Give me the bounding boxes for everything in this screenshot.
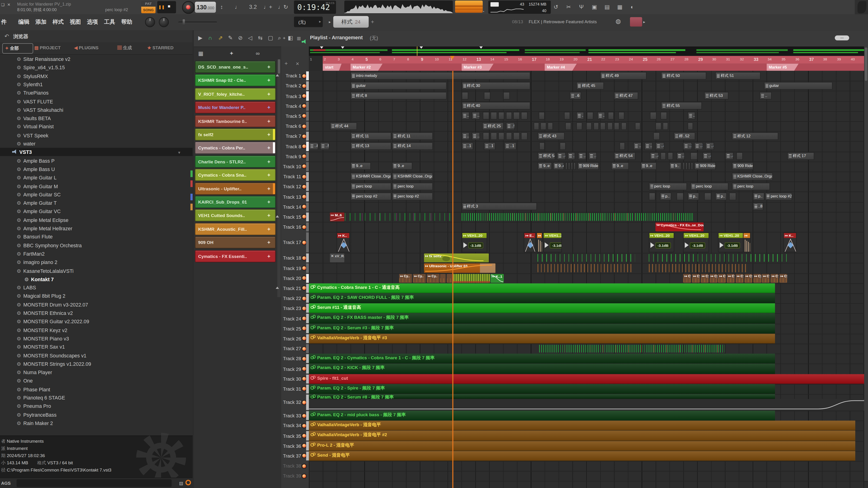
audio-clip-kick[interactable]: ↦ K.. [783, 233, 797, 253]
bind-icon[interactable]: ∞ [256, 51, 260, 57]
chat-icon[interactable]: ◖ [630, 4, 633, 10]
pattern-clip[interactable]: 样式 3 [461, 203, 537, 210]
pattern-clip[interactable] [736, 152, 743, 160]
pattern-clip[interactable] [498, 132, 504, 140]
play-tool-icon[interactable]: ▶ [198, 35, 203, 41]
audio-clip-kick[interactable]: ↦ E.. [524, 233, 535, 253]
pattern-clip[interactable] [690, 152, 697, 160]
pattern-clip[interactable]: 样式 11 [350, 132, 392, 140]
pattern-clip[interactable] [662, 122, 668, 130]
pattern-clip[interactable]: ..4 [703, 152, 711, 160]
automation-clip-Send - 混音电平[interactable]: Send - 混音电平 [309, 451, 855, 461]
audio-clip-burst[interactable]: ↦ [743, 233, 751, 253]
pattern-clip[interactable] [607, 122, 613, 130]
track-color-strip[interactable] [306, 213, 309, 222]
pattern-clip[interactable] [687, 122, 693, 130]
undo-icon[interactable]: ↺ [554, 4, 558, 10]
pattern-clip[interactable]: 样式 17 [787, 152, 814, 160]
audio-clip-striped[interactable] [453, 274, 490, 283]
close-window-icon[interactable]: ✕ [7, 2, 10, 8]
track-name-Track 32[interactable]: Track 32 [279, 399, 301, 405]
slip-tool-icon[interactable]: ⇆ [258, 35, 263, 41]
scroll-snap-button[interactable]: — [835, 35, 849, 40]
track-color-strip[interactable] [306, 441, 309, 450]
pattern-clip[interactable]: 9..e [611, 162, 628, 170]
pattern-clip[interactable] [587, 112, 593, 120]
save-new-version-icon[interactable]: ▦ [617, 4, 622, 10]
preview-headphones-icon[interactable]: ∩ [208, 35, 212, 41]
pattern-clip[interactable] [548, 122, 553, 130]
audio-clip-M..6[interactable]: ↦ M..6 [330, 213, 344, 222]
automation-clip-Param. EQ 2 - SAW CHORD FULL - 频段 7 频率[interactable]: Param. EQ 2 - SAW CHORD FULL - 频段 7 频率 [309, 293, 775, 303]
pattern-clip[interactable]: ..4 [588, 152, 597, 160]
pattern-clip[interactable]: ..4 [578, 152, 586, 160]
browser-item-Vaults BETA[interactable]: ⚙Vaults BETA [17, 115, 51, 123]
pattern-clip[interactable] [677, 192, 683, 200]
pattern-clip[interactable]: ..2 [683, 142, 691, 150]
swatch-next-icon[interactable]: ▸ [643, 19, 645, 25]
browser-item-VST3[interactable]: VST3▾ [12, 149, 32, 157]
pattern-clip[interactable] [514, 112, 520, 120]
metronome-icon[interactable]: ♩ [235, 4, 240, 10]
audio-region[interactable] [538, 264, 633, 272]
audio-clip-veh[interactable]: ↦ VEH1..20-3.1dB [718, 233, 744, 253]
pattern-clip[interactable] [655, 122, 661, 130]
pattern-clip[interactable] [668, 152, 673, 160]
pattern-clip[interactable] [621, 122, 626, 130]
automation-clip-Param. EQ 2 - mid pluck bass - 频段 7 频率[interactable]: Param. EQ 2 - mid pluck bass - 频段 7 频率 [309, 411, 775, 421]
pattern-clip[interactable]: 样式 54 [614, 152, 636, 160]
grid-view-icon[interactable]: ▦ [198, 51, 204, 57]
track-color-strip[interactable] [306, 364, 309, 373]
pattern-clip[interactable]: 9..e [350, 162, 371, 170]
pattern-clip[interactable]: 样式 53 [704, 92, 728, 100]
track-name-Track 25[interactable]: Track 25 [279, 326, 301, 331]
pattern-clip[interactable]: 样式 14 [392, 142, 433, 150]
menu-0[interactable]: 件 [1, 19, 7, 26]
main-pitch-knob[interactable] [159, 17, 169, 27]
pattern-clip[interactable] [521, 132, 527, 140]
audio-clip-veh[interactable]: ↦ VEH1..20-3.1dB [543, 233, 562, 253]
track-name-Track 28[interactable]: Track 28 [279, 356, 301, 362]
collapse-arrow[interactable] [276, 215, 279, 218]
browser-item-Phase Plant[interactable]: ⚙Phase Plant [17, 386, 50, 394]
audio-clip-k1[interactable]: ↦ K..1 [491, 274, 504, 283]
pattern-clip[interactable] [600, 122, 606, 130]
globe-icon[interactable]: ◍ [616, 19, 621, 24]
audio-clip-fxself2[interactable]: ↦ fx self2 [424, 254, 489, 263]
browser-item-MONSTER Sax v1[interactable]: ⚙MONSTER Sax v1 [17, 343, 65, 352]
pattern-clip[interactable]: p.. [660, 192, 672, 200]
pattern-clip-KAIRCI_Sub_Drops_01[interactable]: KAIRCI_Sub_Drops_01✦ [195, 196, 276, 208]
browser-item-MONSTER Drum v3-2022.07[interactable]: ⚙MONSTER Drum v3-2022.07 [17, 301, 88, 309]
pattern-clip[interactable]: perc loop [690, 183, 728, 190]
audio-clip-cy[interactable]: ↦ Cy.. [779, 274, 787, 283]
audio-clip-burst[interactable]: ↦ [536, 233, 542, 253]
pat-song-toggle[interactable]: PAT SONG [141, 1, 156, 13]
nudge-icon[interactable]: ↕ [220, 4, 223, 10]
pattern-clip[interactable]: intro melody [350, 72, 530, 79]
pattern-clip-VEH1 Cutted Sounds..[interactable]: VEH1 Cutted Sounds..✦ [195, 209, 276, 222]
pattern-clip[interactable]: 样式 25 [482, 122, 504, 130]
browser-item-MONSTER Ethnica v2[interactable]: ⚙MONSTER Ethnica v2 [17, 309, 73, 318]
pattern-clip[interactable]: 样式 55 [661, 102, 702, 110]
track-name-Track 1[interactable]: Track 1 [279, 73, 301, 79]
playlist-mode-icon[interactable]: ∞ [289, 36, 293, 42]
draw-tool-icon[interactable]: ✎ [228, 35, 233, 41]
collapse-arrow[interactable] [276, 287, 279, 289]
pattern-clip[interactable]: 样式 54 [538, 152, 555, 160]
track-color-strip[interactable] [306, 202, 309, 212]
pattern-clip[interactable] [682, 162, 685, 170]
pattern-clip[interactable] [491, 132, 497, 140]
pattern-clip[interactable]: 909 Ride [732, 162, 753, 170]
playlist-minimap[interactable] [309, 46, 868, 56]
pattern-clip[interactable] [506, 132, 512, 140]
track-name-Track 30[interactable]: Track 30 [279, 376, 301, 382]
audio-clip-veh[interactable]: ↦ VEH1..20-3.1dB [649, 233, 674, 253]
browser-back-icon[interactable]: ↶ [4, 34, 9, 39]
pattern-clip[interactable]: 样式 45 [577, 82, 604, 90]
pattern-clip[interactable]: ..4 [706, 142, 714, 150]
track-color-strip[interactable] [306, 354, 309, 363]
browser-item-MONSTER Keyz v2[interactable]: ⚙MONSTER Keyz v2 [17, 326, 67, 335]
track-name-Track 27[interactable]: Track 27 [279, 346, 301, 352]
pattern-clip-909 OH[interactable]: 909 OH✦ [195, 236, 276, 249]
browser-item-Kontakt 7[interactable]: ⚙Kontakt 7 [24, 275, 54, 284]
